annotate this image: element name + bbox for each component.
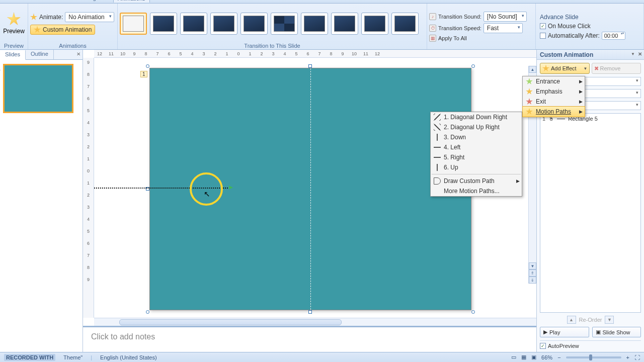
custom-animation-button[interactable]: Custom Animation (30, 25, 95, 35)
group-label-transitions: Transition to This Slide (120, 42, 425, 49)
transition-item[interactable] (301, 13, 328, 35)
scroll-down-icon[interactable]: ▼ (529, 262, 536, 269)
menu-motion-paths[interactable]: Motion Paths▶ (522, 106, 585, 117)
group-label-preview: Preview (2, 42, 26, 49)
slideshow-button[interactable]: ▣Slide Show (592, 327, 641, 337)
animate-combo[interactable]: No Animation (65, 12, 114, 22)
advance-title: Advance Slide (540, 14, 625, 21)
chevron-down-icon[interactable]: ▼ (631, 52, 635, 56)
path-left[interactable]: 4. Left (431, 142, 522, 152)
sound-icon: ♪ (429, 13, 436, 20)
transition-item[interactable] (391, 13, 419, 35)
transition-gallery (120, 13, 419, 35)
transition-none[interactable] (120, 13, 147, 35)
on-click-checkbox[interactable]: ✓ (540, 23, 546, 29)
theme-label: Theme" (63, 354, 83, 360)
apply-all-button[interactable]: Apply To All (438, 35, 467, 41)
speed-combo[interactable]: Fast (484, 23, 523, 33)
speed-label: Transition Speed: (438, 25, 481, 31)
editor-area: 1211109876543210123456789101112 98765432… (83, 50, 536, 352)
tab-format[interactable]: Format (264, 0, 281, 1)
status-bar: RECORDED WITH Theme" | English (United S… (0, 352, 644, 362)
reorder-down-button[interactable]: ▼ (605, 316, 614, 324)
view-sorter-icon[interactable]: ▦ (521, 354, 526, 360)
language-label[interactable]: English (United States) (100, 354, 157, 360)
slide-thumbnail[interactable]: 1 (3, 64, 73, 113)
on-click-label: On Mouse Click (548, 23, 591, 30)
transition-item[interactable] (180, 13, 207, 35)
zoom-label[interactable]: 66% (541, 354, 552, 360)
add-effect-button[interactable]: Add Effect▼ (540, 63, 590, 74)
transition-item[interactable] (210, 13, 237, 35)
transition-item[interactable] (361, 13, 388, 35)
tab-outline[interactable]: Outline (26, 50, 54, 59)
tab-animations[interactable]: Animations (113, 0, 149, 3)
down-icon (434, 134, 441, 141)
preview-button[interactable]: Preview (2, 10, 26, 38)
up-icon (434, 164, 441, 171)
transition-item[interactable] (240, 13, 268, 35)
tab-design[interactable]: Design (82, 0, 99, 1)
transition-item[interactable] (331, 13, 358, 35)
slideshow-icon: ▣ (596, 329, 601, 335)
reorder-up-button[interactable]: ▲ (567, 316, 576, 324)
auto-after-label: Automatically After: (548, 32, 600, 39)
slides-outline-tabs: Slides Outline ✕ (0, 50, 83, 60)
autopreview-checkbox[interactable]: ✓ (540, 343, 546, 349)
view-slideshow-icon[interactable]: ▣ (531, 354, 536, 360)
notes-pane[interactable]: Click to add notes (83, 326, 536, 352)
diag-up-right-icon (434, 124, 441, 131)
star-icon (34, 26, 41, 33)
tab-slideshow[interactable]: Slide Show (164, 0, 192, 1)
path-diagonal-up-right[interactable]: 2. Diagonal Up Right (431, 122, 522, 132)
motion-paths-flyout: 1. Diagonal Down Right 2. Diagonal Up Ri… (430, 112, 522, 197)
close-icon[interactable]: ✕ (638, 51, 642, 57)
transition-item[interactable] (150, 13, 177, 35)
next-slide-icon[interactable]: ⇓ (529, 277, 536, 284)
sound-label: Transition Sound: (438, 14, 481, 20)
zoom-slider[interactable] (566, 356, 621, 358)
auto-after-spin[interactable]: 00:00 (602, 32, 626, 40)
path-draw-custom[interactable]: Draw Custom Path▶ (431, 176, 522, 186)
tab-home[interactable]: Home (25, 0, 40, 1)
recorded-badge: RECORDED WITH (4, 354, 55, 361)
ribbon: Preview Preview Animate: No Animation Cu… (0, 4, 644, 50)
group-preview: Preview Preview (0, 4, 28, 49)
prev-slide-icon[interactable]: ⇑ (529, 269, 536, 277)
slides-panel: Slides Outline ✕ 1 (0, 50, 83, 352)
ruler-horizontal: 1211109876543210123456789101112 (94, 50, 536, 58)
scroll-up-icon[interactable]: ▲ (529, 66, 536, 73)
fit-window-icon[interactable]: ⛶ (634, 354, 640, 360)
path-right[interactable]: 5. Right (431, 152, 522, 162)
view-normal-icon[interactable]: ▭ (511, 354, 516, 360)
path-diagonal-down-right[interactable]: 1. Diagonal Down Right (431, 112, 522, 122)
close-icon[interactable]: ✕ (76, 51, 80, 57)
tab-review[interactable]: Review (206, 0, 224, 1)
tab-view[interactable]: View (238, 0, 250, 1)
ruler-vertical: 9876543210123456789 (83, 58, 94, 318)
menu-entrance[interactable]: Entrance▶ (523, 76, 585, 86)
sound-combo[interactable]: [No Sound] (484, 12, 527, 22)
group-transitions: Transition to This Slide (118, 4, 427, 49)
menu-emphasis[interactable]: Emphasis▶ (523, 86, 585, 97)
effects-list[interactable]: 1 🖱 Rectangle 5 (540, 113, 641, 313)
blank-icon (434, 188, 441, 195)
path-more[interactable]: More Motion Paths... (431, 186, 522, 196)
auto-after-checkbox[interactable] (540, 33, 546, 39)
transition-item[interactable] (271, 13, 298, 35)
slide-number: 1 (0, 65, 1, 71)
path-up[interactable]: 6. Up (431, 162, 522, 172)
menu-exit[interactable]: Exit▶ (523, 97, 585, 107)
zoom-in-button[interactable]: + (626, 354, 629, 360)
group-advance-slide: Advance Slide ✓On Mouse Click Automatica… (536, 4, 644, 49)
animation-tag[interactable]: 1 (140, 71, 147, 77)
group-label-animations: Animations (30, 42, 115, 49)
zoom-out-button[interactable]: − (557, 354, 560, 360)
tab-slides[interactable]: Slides (0, 50, 26, 60)
horizontal-scrollbar[interactable] (94, 318, 536, 326)
tab-insert[interactable]: Insert (54, 0, 68, 1)
remove-button[interactable]: ✖Remove (592, 63, 641, 74)
play-button[interactable]: ▶Play (540, 327, 589, 337)
add-effect-flyout: Entrance▶ Emphasis▶ Exit▶ Motion Paths▶ (522, 76, 585, 117)
path-down[interactable]: 3. Down (431, 132, 522, 142)
